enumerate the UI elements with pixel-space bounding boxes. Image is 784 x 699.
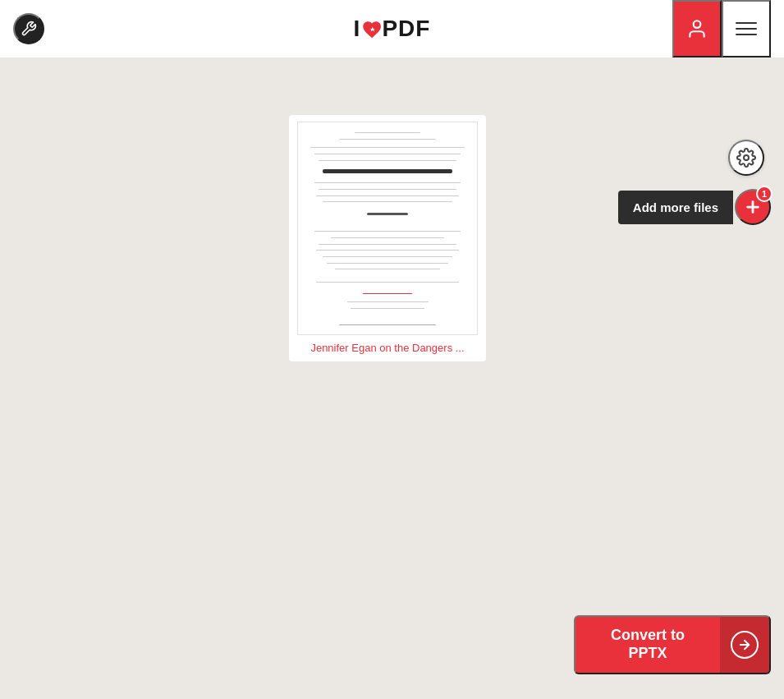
arrow-circle	[731, 631, 759, 659]
logo-heart-icon	[361, 19, 381, 39]
hamburger-menu-button[interactable]	[722, 0, 771, 57]
svg-point-1	[694, 21, 701, 28]
hamburger-line-3	[736, 34, 757, 35]
wrench-button[interactable]	[13, 13, 44, 44]
app-header: I PDF	[0, 0, 784, 57]
file-name-label: Jennifer Egan on the Dangers ...	[310, 342, 464, 354]
user-account-button[interactable]	[672, 0, 722, 57]
arrow-right-icon	[737, 637, 752, 652]
hamburger-line-1	[736, 22, 757, 24]
convert-button[interactable]: Convert to PPTX	[574, 615, 771, 674]
header-left	[13, 13, 44, 44]
files-count-badge: 1	[756, 186, 773, 202]
main-content: Jennifer Egan on the Dangers ... Add mor…	[0, 57, 784, 699]
convert-button-icon-area	[720, 615, 769, 674]
user-icon	[686, 18, 708, 39]
svg-point-2	[744, 155, 749, 160]
hamburger-line-2	[736, 28, 757, 30]
wrench-icon	[21, 21, 37, 37]
add-more-files-label[interactable]: Add more files	[618, 191, 733, 224]
header-right	[672, 0, 771, 57]
add-more-files-button[interactable]: 1	[735, 189, 771, 225]
logo[interactable]: I PDF	[354, 16, 431, 42]
gear-icon	[736, 148, 756, 168]
convert-button-text: Convert to PPTX	[575, 619, 720, 670]
file-preview	[297, 122, 478, 335]
convert-line2: PPTX	[589, 645, 707, 663]
add-more-files-container: Add more files 1	[618, 189, 771, 225]
settings-button[interactable]	[728, 140, 764, 176]
logo-i: I	[354, 16, 361, 42]
file-card[interactable]: Jennifer Egan on the Dangers ...	[289, 115, 486, 361]
logo-pdf: PDF	[382, 16, 430, 42]
convert-line1: Convert to	[589, 627, 707, 645]
